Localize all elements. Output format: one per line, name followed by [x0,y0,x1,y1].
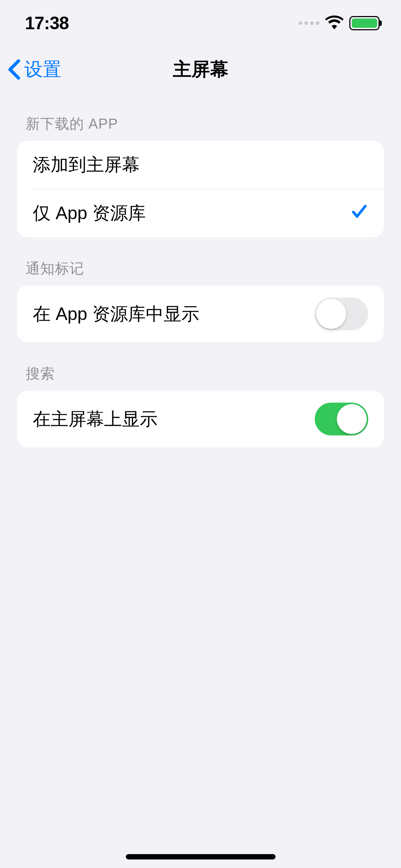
row-app-library-only[interactable]: 仅 App 资源库 [33,189,384,237]
back-label: 设置 [24,57,61,82]
row-label: 添加到主屏幕 [33,153,140,177]
group-search: 在主屏幕上显示 [17,391,384,448]
page-title: 主屏幕 [173,57,228,82]
status-time: 17:38 [25,13,69,33]
row-label: 在 App 资源库中显示 [33,302,199,326]
row-add-to-home[interactable]: 添加到主屏幕 [17,141,384,189]
status-right [299,15,380,31]
switch-show-on-home[interactable] [315,403,368,435]
nav-bar: 设置 主屏幕 [0,46,401,93]
switch-show-in-app-library[interactable] [315,298,368,330]
back-button[interactable]: 设置 [7,57,61,82]
row-label: 在主屏幕上显示 [33,407,158,431]
section-header-badges: 通知标记 [17,237,384,285]
section-header-search: 搜索 [17,342,384,391]
group-new-apps: 添加到主屏幕 仅 App 资源库 [17,141,384,237]
group-badges: 在 App 资源库中显示 [17,285,384,342]
row-label: 仅 App 资源库 [33,201,146,225]
chevron-left-icon [7,59,21,80]
row-show-on-home: 在主屏幕上显示 [17,391,384,448]
wifi-icon [325,15,344,31]
section-header-new-apps: 新下载的 APP [17,93,384,141]
battery-icon [349,16,380,30]
home-indicator[interactable] [126,854,276,859]
row-show-in-app-library: 在 App 资源库中显示 [17,285,384,342]
status-bar: 17:38 [0,0,401,46]
checkmark-icon [350,202,368,224]
cellular-dots-icon [299,21,319,25]
